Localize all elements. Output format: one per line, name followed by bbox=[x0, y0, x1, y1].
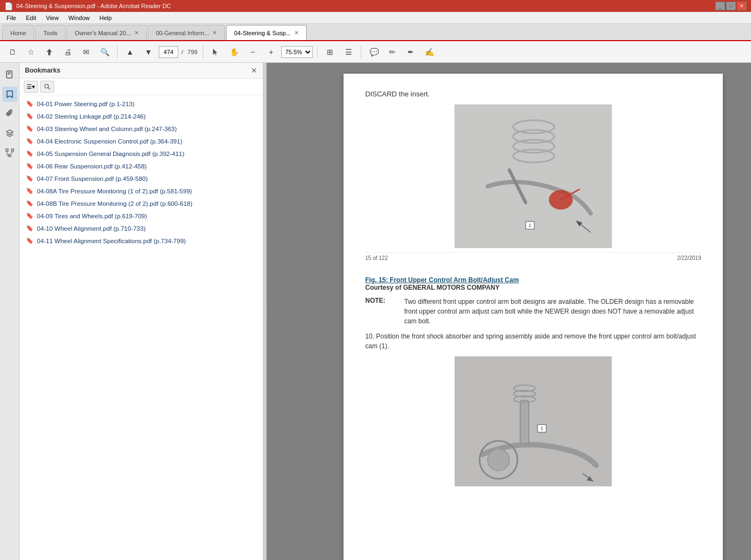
fit-page-button[interactable]: ⊞ bbox=[322, 44, 338, 60]
bookmark-item-0[interactable]: 🔖 04-01 Power Steering.pdf (p.1-213) bbox=[20, 97, 263, 110]
bookmark-item-4[interactable]: 🔖 04-05 Suspension General Diagnosis.pdf… bbox=[20, 147, 263, 160]
figure2-container: 1 bbox=[365, 356, 701, 486]
tab-owners-close[interactable]: ✕ bbox=[134, 30, 139, 36]
bookmark-item-10[interactable]: 🔖 04-10 Wheel Alignment.pdf (p.710-733) bbox=[20, 222, 263, 235]
attachments-icon[interactable] bbox=[2, 106, 17, 121]
bookmarks-header: Bookmarks ✕ bbox=[20, 63, 263, 79]
menu-help[interactable]: Help bbox=[95, 14, 116, 22]
sign-button[interactable]: ✍ bbox=[421, 44, 437, 60]
menu-window[interactable]: Window bbox=[64, 14, 94, 22]
menu-file[interactable]: File bbox=[2, 14, 21, 22]
zoom-select[interactable]: 75.5% 50% 100% 125% 150% bbox=[281, 46, 313, 58]
bookmark-label-4: 04-05 Suspension General Diagnosis.pdf (… bbox=[37, 151, 184, 157]
tab-home-label: Home bbox=[10, 30, 26, 36]
svg-rect-6 bbox=[6, 149, 8, 151]
bookmarks-search-button[interactable] bbox=[40, 81, 54, 93]
bookmark-item-8[interactable]: 🔖 04-08B Tire Pressure Monitoring (2 of … bbox=[20, 197, 263, 210]
menu-edit[interactable]: Edit bbox=[22, 14, 41, 22]
upload-button[interactable] bbox=[41, 44, 57, 60]
hand-tool-button[interactable]: ✋ bbox=[226, 44, 242, 60]
bookmark-label-1: 04-02 Steering Linkage.pdf (p.214-246) bbox=[37, 113, 146, 120]
tab-general-label: 00-General Inform... bbox=[156, 30, 209, 36]
figure1-courtesy: Courtesy of GENERAL MOTORS COMPANY bbox=[365, 284, 701, 291]
bookmark-item-11[interactable]: 🔖 04-11 Wheel Alignment Specifications.p… bbox=[20, 235, 263, 247]
bookmark-item-9[interactable]: 🔖 04-09 Tires and Wheels.pdf (p.619-709) bbox=[20, 210, 263, 222]
search-button[interactable]: 🔍 bbox=[96, 44, 113, 60]
bookmark-label-8: 04-08B Tire Pressure Monitoring (2 of 2)… bbox=[37, 200, 192, 207]
highlight-button[interactable]: ✏ bbox=[384, 44, 400, 60]
bookmark-icon-4: 🔖 bbox=[26, 150, 34, 157]
page-date: 2/22/2019 bbox=[677, 255, 702, 261]
tab-steering-close[interactable]: ✕ bbox=[294, 30, 299, 36]
figure2-image: 1 bbox=[455, 356, 612, 486]
note-label: NOTE: bbox=[365, 297, 398, 326]
pages-icon[interactable] bbox=[2, 67, 17, 82]
discard-text: DISCARD the insert. bbox=[365, 90, 701, 98]
bookmark-item-6[interactable]: 🔖 04-07 Front Suspension.pdf (p.459-580) bbox=[20, 172, 263, 185]
scroll-down-button[interactable]: ▼ bbox=[140, 44, 157, 60]
tab-tools[interactable]: Tools bbox=[35, 25, 66, 40]
toolbar-sep-1 bbox=[117, 45, 118, 58]
bookmark-icon-3: 🔖 bbox=[26, 138, 34, 145]
print-button[interactable]: 🖨 bbox=[60, 44, 76, 60]
tab-general[interactable]: 00-General Inform... ✕ bbox=[148, 25, 225, 40]
toolbar-sep-3 bbox=[317, 45, 318, 58]
email-button[interactable]: ✉ bbox=[78, 44, 94, 60]
bookmark-label-9: 04-09 Tires and Wheels.pdf (p.619-709) bbox=[37, 213, 147, 219]
zoom-in-button[interactable]: + bbox=[263, 44, 279, 60]
bookmarks-panel: Bookmarks ✕ ☰▾ 🔖 04-01 Power Steering.pd… bbox=[20, 63, 263, 560]
pdf-page: DISCARD the insert. bbox=[344, 74, 723, 560]
bookmark-item-3[interactable]: 🔖 04-04 Electronic Suspension Control.pd… bbox=[20, 135, 263, 147]
bookmarks-close-button[interactable]: ✕ bbox=[251, 66, 257, 75]
tab-home[interactable]: Home bbox=[2, 25, 34, 40]
close-button[interactable]: ✕ bbox=[737, 2, 747, 10]
svg-rect-2 bbox=[8, 72, 11, 73]
tab-general-close[interactable]: ✕ bbox=[212, 30, 217, 36]
bookmarks-icon[interactable] bbox=[2, 87, 17, 102]
bookmarks-view-button[interactable]: ☰▾ bbox=[24, 81, 38, 93]
bookmark-icon-6: 🔖 bbox=[26, 175, 34, 182]
page-separator: / bbox=[180, 49, 184, 55]
comment-button[interactable]: 💬 bbox=[366, 44, 382, 60]
bookmark-button[interactable]: ☆ bbox=[23, 44, 39, 60]
bookmark-icon-1: 🔖 bbox=[26, 113, 34, 120]
menu-bar: File Edit View Window Help bbox=[0, 12, 751, 24]
bookmark-icon-5: 🔖 bbox=[26, 162, 34, 170]
bookmark-item-1[interactable]: 🔖 04-02 Steering Linkage.pdf (p.214-246) bbox=[20, 110, 263, 122]
minimize-button[interactable]: _ bbox=[715, 2, 725, 10]
tab-steering[interactable]: 04-Steering & Susp... ✕ bbox=[226, 25, 307, 40]
bookmark-icon-8: 🔖 bbox=[26, 200, 34, 207]
svg-rect-27 bbox=[520, 400, 529, 444]
menu-view[interactable]: View bbox=[42, 14, 63, 22]
tab-bar: Home Tools Owner's Manual 20... ✕ 00-Gen… bbox=[0, 24, 751, 41]
toolbar-sep-2 bbox=[203, 45, 203, 58]
note-text: Two different front upper control arm bo… bbox=[404, 297, 701, 326]
tab-owners[interactable]: Owner's Manual 20... ✕ bbox=[67, 25, 147, 40]
zoom-out-button[interactable]: − bbox=[244, 44, 261, 60]
figure1-caption-link[interactable]: Fig. 15: Front Upper Control Arm Bolt/Ad… bbox=[365, 276, 701, 284]
title-bar: 📄 04-Steering & Suspension.pdf - Adobe A… bbox=[0, 0, 751, 12]
tab-owners-label: Owner's Manual 20... bbox=[75, 30, 131, 36]
svg-rect-26 bbox=[455, 357, 612, 486]
pdf-gutter-left bbox=[295, 74, 344, 549]
pdf-area: DISCARD the insert. bbox=[267, 63, 751, 560]
figure1-container: 1 bbox=[365, 105, 701, 248]
scroll-mode-button[interactable]: ☰ bbox=[340, 44, 357, 60]
layers-icon[interactable] bbox=[2, 126, 17, 141]
page-number-input[interactable]: 474 bbox=[159, 46, 178, 58]
new-document-button[interactable]: 🗋 bbox=[4, 44, 21, 60]
structure-icon[interactable] bbox=[2, 145, 17, 160]
title-bar-controls[interactable]: _ □ ✕ bbox=[715, 2, 747, 10]
maximize-button[interactable]: □ bbox=[726, 2, 736, 10]
bookmark-item-7[interactable]: 🔖 04-08A Tire Pressure Monitoring (1 of … bbox=[20, 185, 263, 197]
svg-rect-4 bbox=[8, 74, 10, 75]
scroll-up-button[interactable]: ▲ bbox=[122, 44, 138, 60]
bookmark-item-5[interactable]: 🔖 04-06 Rear Suspension.pdf (p.412-458) bbox=[20, 160, 263, 172]
markup-button[interactable]: ✒ bbox=[403, 44, 419, 60]
window-title: 04-Steering & Suspension.pdf - Adobe Acr… bbox=[16, 3, 171, 9]
bookmark-label-10: 04-10 Wheel Alignment.pdf (p.710-733) bbox=[37, 225, 146, 232]
cursor-tool-button[interactable] bbox=[208, 44, 224, 60]
bookmarks-title: Bookmarks bbox=[25, 67, 60, 74]
bookmark-item-2[interactable]: 🔖 04-03 Steering Wheel and Column.pdf (p… bbox=[20, 122, 263, 135]
svg-point-32 bbox=[488, 449, 509, 471]
